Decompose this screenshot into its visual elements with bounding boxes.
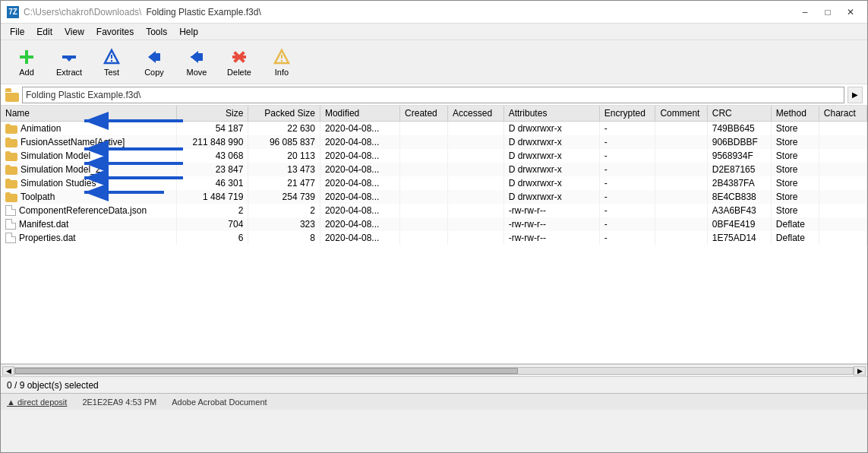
svg-rect-8 (156, 53, 160, 61)
col-attributes[interactable]: Attributes (503, 106, 599, 122)
minimize-button[interactable]: – (794, 4, 816, 21)
table-row[interactable]: Properties.dat682020-04-08...-rw-rw-r---… (1, 231, 867, 245)
svg-point-6 (111, 59, 112, 61)
app-icon: 7Z (7, 6, 19, 18)
menu-file[interactable]: File (4, 25, 30, 39)
taskbar-item-3[interactable]: Adobe Acrobat Document (172, 398, 267, 407)
title-path-prefix: C:\Users\chakrof\Downloads\ (24, 7, 141, 17)
svg-rect-1 (25, 50, 28, 64)
file-icon (5, 205, 16, 216)
column-headers: Name Size Packed Size Modified Created A… (1, 106, 867, 122)
col-packed-size[interactable]: Packed Size (248, 106, 320, 122)
maximize-button[interactable]: □ (817, 4, 838, 21)
title-filename: Folding Plastic Example.f3d\ (146, 7, 260, 17)
col-charact[interactable]: Charact (819, 106, 866, 122)
folder-icon (5, 151, 17, 161)
cell-name: Simulation Model (1, 149, 176, 163)
add-button[interactable]: Add (7, 43, 46, 81)
file-icon (5, 233, 16, 243)
cell-name: Animation (1, 122, 176, 136)
col-method[interactable]: Method (771, 106, 819, 122)
cell-name: ComponentReferenceData.json (1, 204, 176, 217)
col-name[interactable]: Name (1, 106, 176, 122)
table-row[interactable]: Manifest.dat7043232020-04-08...-rw-rw-r-… (1, 217, 867, 231)
folder-icon (5, 165, 17, 175)
scroll-left-button[interactable]: ◀ (2, 366, 14, 375)
address-bar: ▶ (1, 84, 867, 106)
scroll-right-button[interactable]: ▶ (854, 366, 866, 375)
col-modified[interactable]: Modified (320, 106, 399, 122)
window-controls: – □ ✕ (794, 4, 861, 21)
col-size[interactable]: Size (176, 106, 248, 122)
table-row[interactable]: Animation54 18722 6302020-04-08...D drwx… (1, 122, 867, 136)
scroll-thumb[interactable] (15, 368, 518, 374)
folder-icon (5, 179, 17, 188)
table-row[interactable]: FusionAssetName[Active]211 848 99096 085… (1, 135, 867, 149)
cell-name: Simulation Model_2 (1, 163, 176, 176)
delete-icon (230, 48, 248, 66)
close-button[interactable]: ✕ (840, 4, 861, 21)
table-row[interactable]: Simulation Studies46 30121 4772020-04-08… (1, 176, 867, 190)
col-crc[interactable]: CRC (707, 106, 771, 122)
title-bar: 7Z C:\Users\chakrof\Downloads\ Folding P… (1, 1, 867, 24)
menu-tools[interactable]: Tools (140, 25, 173, 39)
copy-button[interactable]: Copy (134, 43, 174, 81)
folder-icon (5, 192, 17, 202)
file-list-container[interactable]: Name Size Packed Size Modified Created A… (1, 106, 867, 364)
file-table: Name Size Packed Size Modified Created A… (1, 106, 867, 245)
table-row[interactable]: Toolpath1 484 719254 7392020-04-08...D d… (1, 190, 867, 204)
col-comment[interactable]: Comment (655, 106, 707, 122)
extract-icon (60, 48, 78, 66)
table-row[interactable]: Simulation Model43 06820 1132020-04-08..… (1, 149, 867, 163)
file-icon (5, 219, 16, 230)
test-button[interactable]: Test (92, 43, 131, 81)
folder-icon (5, 124, 17, 134)
menu-view[interactable]: View (58, 25, 90, 39)
menu-bar: File Edit View Favorites Tools Help (1, 24, 867, 40)
move-button[interactable]: Move (177, 43, 216, 81)
info-icon (273, 48, 291, 66)
status-text: 0 / 9 object(s) selected (7, 380, 99, 391)
svg-marker-7 (148, 51, 156, 63)
col-created[interactable]: Created (400, 106, 448, 122)
address-go-button[interactable]: ▶ (847, 87, 863, 103)
cell-name: Simulation Studies (1, 176, 176, 190)
table-row[interactable]: ComponentReferenceData.json222020-04-08.… (1, 204, 867, 217)
cell-name: Toolpath (1, 190, 176, 204)
cell-name: Manifest.dat (1, 217, 176, 231)
folder-icon (5, 138, 17, 147)
copy-icon (145, 48, 163, 66)
address-folder-icon (5, 88, 19, 102)
add-icon (17, 48, 36, 66)
horizontal-scrollbar[interactable]: ◀ ▶ (1, 364, 867, 376)
svg-point-17 (281, 59, 282, 61)
cell-name: Properties.dat (1, 231, 176, 245)
taskbar-item-2: 2E1E2EA9 4:53 PM (82, 398, 156, 407)
menu-edit[interactable]: Edit (30, 25, 58, 39)
menu-favorites[interactable]: Favorites (90, 25, 140, 39)
extract-button[interactable]: Extract (49, 43, 89, 81)
col-accessed[interactable]: Accessed (448, 106, 504, 122)
menu-help[interactable]: Help (173, 25, 204, 39)
taskbar-item-1[interactable]: ▲ direct deposit (7, 398, 67, 407)
test-icon (103, 48, 121, 66)
move-icon (188, 48, 206, 66)
taskbar-hint: ▲ direct deposit 2E1E2EA9 4:53 PM Adobe … (1, 393, 867, 410)
col-encrypted[interactable]: Encrypted (599, 106, 655, 122)
cell-name: FusionAssetName[Active] (1, 135, 176, 149)
delete-button[interactable]: Delete (219, 43, 259, 81)
scroll-track[interactable] (14, 367, 854, 375)
toolbar: Add Extract Test (1, 40, 867, 84)
info-button[interactable]: Info (262, 43, 301, 81)
status-bar: 0 / 9 object(s) selected (1, 376, 867, 393)
address-input[interactable] (22, 87, 844, 103)
table-row[interactable]: Simulation Model_223 84713 4732020-04-08… (1, 163, 867, 176)
